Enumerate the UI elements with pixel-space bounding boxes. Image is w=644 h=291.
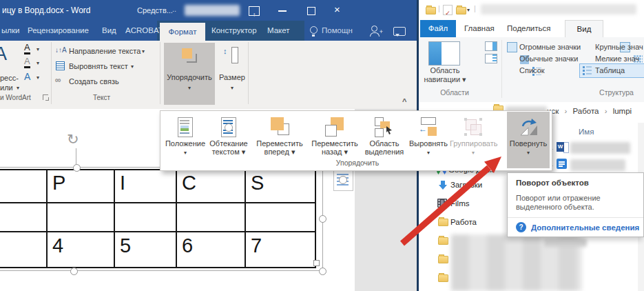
navigation-pane-dropdown[interactable]: навигации ▾ <box>419 75 471 84</box>
tree-folder-icon[interactable] <box>438 237 448 245</box>
collapse-ribbon-chevron[interactable]: ^ <box>402 97 406 106</box>
arrange-icon <box>181 48 198 63</box>
view-small-icons[interactable]: Мелкие знач <box>595 54 639 63</box>
create-link-button[interactable]: Создать связь <box>69 77 119 86</box>
text-fill-button[interactable]: А <box>24 43 30 54</box>
bring-forward-label-2: вперед ▾ <box>253 148 307 157</box>
table-cell: P <box>52 172 65 194</box>
document-table[interactable]: P I C S 4 5 6 7 <box>0 169 316 268</box>
tooltip-title: Поворот объектов <box>516 179 589 187</box>
tooltip-body-line1: Поворот или отражение <box>516 194 601 202</box>
layout-options-button[interactable] <box>333 170 353 191</box>
bring-forward-label-1: Переместить <box>253 139 307 148</box>
tab-design[interactable]: Конструктор <box>211 21 257 41</box>
handle-top-middle[interactable] <box>73 164 81 172</box>
view-list[interactable]: Список <box>519 66 545 74</box>
send-backward-icon <box>308 114 362 139</box>
panel-item-wrap-text[interactable]: Обтекание текстом ▾ <box>206 112 251 168</box>
check-glyph: ✓ <box>445 10 450 17</box>
view-huge-icons[interactable]: Огромные значки <box>519 43 581 51</box>
minimize-button[interactable] <box>278 10 287 12</box>
qat-dropdown[interactable]: ▾ <box>467 8 470 13</box>
help-badge-icon: ? <box>516 222 526 232</box>
maximize-button[interactable] <box>307 7 315 15</box>
align-text-dropdown[interactable]: ▾ <box>131 64 134 70</box>
share-person-icon[interactable]: + <box>370 26 382 37</box>
view-large-icons[interactable]: Крупные знач <box>595 43 643 51</box>
tab-links[interactable]: ылки <box>1 21 19 41</box>
tab-home[interactable]: Главная <box>464 19 495 37</box>
align-arrow-glyph: ← <box>419 124 427 134</box>
text-direction-button[interactable]: Направление текста <box>69 47 141 55</box>
rotate-dropdown: ▾ <box>507 150 550 156</box>
tooltip-body-line2: выделенного объекта. <box>516 203 594 211</box>
quick-styles-big-letter[interactable]: А <box>0 43 7 65</box>
breadcrumb-segment[interactable]: lumpi <box>613 107 632 115</box>
panel-item-align[interactable]: ← Выровнять ▾ <box>407 112 450 168</box>
size-button[interactable]: ↕ Размер ▾ <box>218 43 247 105</box>
group-label: Группировать <box>450 139 497 148</box>
tab-share[interactable]: Поделиться <box>507 19 551 37</box>
tooltip-help-link[interactable]: Дополнительные сведения <box>531 223 639 232</box>
tree-folder-icon[interactable] <box>438 256 448 263</box>
comment-icon[interactable] <box>393 27 406 36</box>
text-outline-button[interactable]: А <box>24 57 30 68</box>
tab-view-active[interactable]: Вид <box>565 20 603 38</box>
text-direction-dropdown[interactable]: ▾ <box>142 49 145 54</box>
view-normal-icons[interactable]: Обычные значки <box>519 54 578 63</box>
wordart-dialog-launcher[interactable] <box>43 94 48 100</box>
blurred-file-name[interactable] <box>570 159 625 171</box>
view-table-selected[interactable]: Таблица <box>579 63 644 78</box>
qat-check-icon[interactable]: ✓ <box>443 5 453 15</box>
tab-layout[interactable]: Макет <box>267 21 290 41</box>
arrange-button[interactable]: Упорядочить ▾ <box>164 43 215 105</box>
navigation-pane-button[interactable]: Область <box>419 66 471 74</box>
details-pane-icon[interactable] <box>485 54 497 63</box>
handle-bottom-right[interactable] <box>319 268 326 275</box>
text-outline-dropdown[interactable]: ▾ <box>37 61 39 66</box>
qat-folder-icon-2[interactable] <box>456 7 466 14</box>
tab-help[interactable]: Помощн <box>322 21 353 41</box>
breadcrumb-segment[interactable]: Работа <box>572 107 599 115</box>
tooltip-divider <box>508 217 643 218</box>
bring-forward-icon <box>253 114 307 139</box>
tab-review[interactable]: Рецензирование <box>28 21 89 41</box>
text-fill-dropdown[interactable]: ▾ <box>37 47 39 52</box>
explorer-titlebar: | ✓ ▾ | <box>419 0 644 19</box>
tree-item-films[interactable]: Films <box>450 199 469 208</box>
tab-format-active[interactable]: Формат <box>160 23 205 41</box>
panel-item-rotate[interactable]: Повернуть ▾ <box>507 112 550 168</box>
tree-folder-icon[interactable] <box>438 274 448 282</box>
tree-item-downloads[interactable]: Загрузки <box>450 181 482 189</box>
preview-pane-icon[interactable] <box>485 41 497 51</box>
group-icon <box>450 114 497 139</box>
text-effects-dropdown[interactable]: ▾ <box>37 75 39 81</box>
align-text-button[interactable]: Выровнять текст <box>69 62 128 70</box>
table-cell: C <box>182 172 196 194</box>
explorer-ribbon: Область навигации ▾ Области Огромные зна… <box>419 37 644 103</box>
handle-right-middle[interactable] <box>319 215 326 223</box>
text-effects-button[interactable]: А <box>24 71 30 82</box>
tree-item-work[interactable]: Работа <box>450 218 477 226</box>
tab-file[interactable]: Файл <box>420 20 456 37</box>
panel-item-bring-forward[interactable]: Переместить вперед ▾ <box>253 112 307 168</box>
text-file-icon <box>557 159 567 169</box>
qat-folder-icon[interactable] <box>426 7 436 14</box>
group-separator <box>248 42 249 104</box>
align-dropdown: ▾ <box>407 150 450 156</box>
handle-bottom-middle[interactable] <box>70 268 78 275</box>
handle-square[interactable] <box>313 260 320 266</box>
rotate-handle-icon[interactable]: ↻ <box>67 131 79 148</box>
blurred-text-sliver <box>544 239 587 247</box>
close-button[interactable]: × <box>334 3 340 15</box>
tab-acrobat[interactable]: ACROBAT <box>125 21 163 41</box>
arrange-dropdown-panel: Положение ▾ Обтекание текстом ▾ <box>160 110 552 171</box>
context-tab-group-label[interactable]: Средств... <box>137 6 173 14</box>
panel-item-position[interactable]: Положение ▾ <box>165 112 206 168</box>
files-name-header[interactable]: Имя <box>579 128 594 136</box>
create-link-icon: ∞ <box>55 75 61 85</box>
quick-styles-dropdown[interactable]: ▾ <box>17 86 19 91</box>
blurred-file-name[interactable] <box>570 142 630 154</box>
ribbon-display-options-icon[interactable]: ↑ <box>249 6 260 16</box>
tab-view[interactable]: Вид <box>102 21 116 41</box>
